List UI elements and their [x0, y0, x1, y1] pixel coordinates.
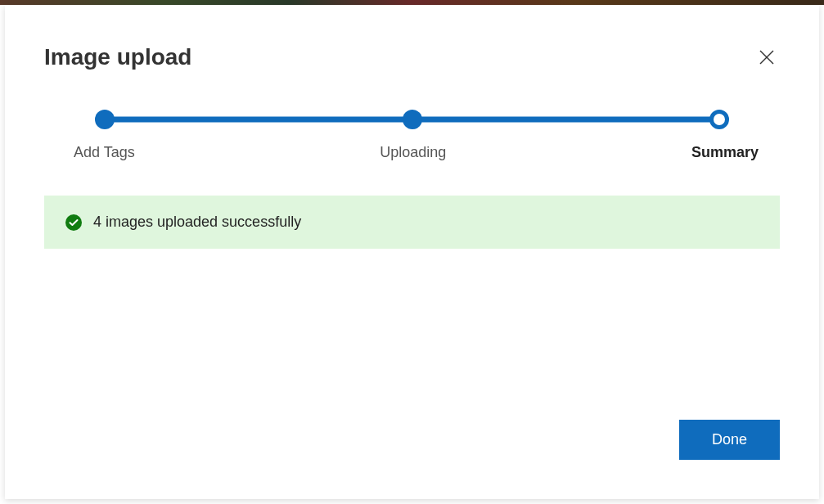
stepper-labels: Add Tags Uploading Summary — [95, 144, 729, 161]
image-upload-dialog: Image upload Add Tags Uploading Summary — [5, 5, 819, 499]
close-button[interactable] — [754, 44, 780, 70]
dialog-footer: Done — [5, 420, 819, 499]
svg-point-2 — [65, 214, 82, 231]
status-banner: 4 images uploaded successfully — [44, 196, 780, 249]
stepper-node-summary — [709, 110, 729, 129]
stepper-label-add-tags: Add Tags — [74, 144, 135, 161]
stepper-track — [95, 110, 729, 129]
done-button[interactable]: Done — [679, 420, 780, 460]
stepper-node-add-tags — [95, 110, 115, 129]
stepper-label-summary: Summary — [691, 144, 759, 161]
stepper-label-uploading: Uploading — [380, 144, 446, 161]
close-icon — [757, 47, 777, 67]
stepper-nodes — [95, 110, 729, 129]
checkmark-circle-icon — [65, 214, 82, 231]
dialog-title: Image upload — [44, 44, 191, 70]
progress-stepper: Add Tags Uploading Summary — [95, 110, 729, 161]
stepper-node-uploading — [403, 110, 422, 129]
status-message: 4 images uploaded successfully — [93, 214, 301, 231]
dialog-header: Image upload — [5, 5, 819, 70]
